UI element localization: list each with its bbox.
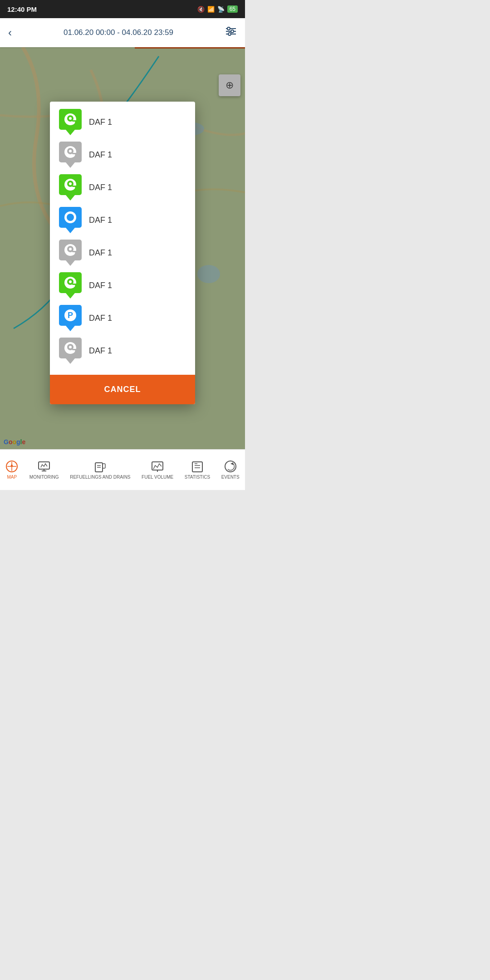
list-item[interactable]: DAF 1 xyxy=(59,240,186,266)
svg-point-26 xyxy=(69,182,72,185)
svg-point-4 xyxy=(231,30,234,33)
svg-rect-45 xyxy=(72,284,77,285)
marker-icon-2 xyxy=(59,142,82,168)
refuellings-icon xyxy=(94,460,107,473)
svg-rect-56 xyxy=(72,349,77,350)
filter-button[interactable] xyxy=(225,26,237,39)
svg-marker-52 xyxy=(66,358,75,364)
svg-marker-74 xyxy=(230,462,233,465)
status-time: 12:40 PM xyxy=(7,5,37,13)
back-button[interactable]: ‹ xyxy=(8,26,12,39)
svg-marker-34 xyxy=(66,260,75,266)
marker-icon-5 xyxy=(59,240,82,266)
svg-rect-13 xyxy=(72,120,77,122)
item-label-3: DAF 1 xyxy=(89,183,112,192)
item-label-2: DAF 1 xyxy=(89,150,112,160)
marker-icon-6 xyxy=(59,272,82,299)
statistics-icon xyxy=(191,460,204,473)
svg-marker-48 xyxy=(66,326,75,331)
svg-marker-30 xyxy=(66,228,75,233)
header-bar: ‹ 01.06.20 00:00 - 04.06.20 23:59 xyxy=(0,18,245,47)
nav-item-monitoring[interactable]: MONITORING xyxy=(28,460,61,480)
nav-label-refuellings: REFUELLINGS AND DRAINS xyxy=(70,475,130,480)
svg-rect-57 xyxy=(75,350,77,352)
list-item[interactable]: DAF 1 xyxy=(59,207,186,233)
marker-icon-1 xyxy=(59,109,82,135)
marker-icon-7: P xyxy=(59,305,82,331)
battery-icon: 65 xyxy=(227,5,238,13)
svg-rect-38 xyxy=(72,251,77,252)
svg-point-12 xyxy=(69,117,72,120)
item-label-1: DAF 1 xyxy=(89,118,112,127)
svg-point-5 xyxy=(228,33,231,35)
svg-rect-39 xyxy=(75,252,77,254)
events-icon xyxy=(224,460,237,473)
item-label-4: DAF 1 xyxy=(89,216,112,225)
list-item[interactable]: DAF 1 xyxy=(59,174,186,201)
svg-point-37 xyxy=(69,248,72,250)
svg-point-19 xyxy=(69,150,72,152)
wifi-icon: 📡 xyxy=(217,6,225,13)
svg-rect-21 xyxy=(75,154,77,156)
map-icon xyxy=(5,460,18,473)
bottom-nav: MAP MONITORING REFUELLINGS AND DRAINS xyxy=(0,449,245,490)
nav-item-refuellings[interactable]: REFUELLINGS AND DRAINS xyxy=(68,460,132,480)
dialog-list: DAF 1 DAF 1 xyxy=(50,102,195,371)
item-label-5: DAF 1 xyxy=(89,248,112,258)
nav-label-map: MAP xyxy=(7,475,17,480)
list-item[interactable]: P DAF 1 xyxy=(59,305,186,331)
svg-point-44 xyxy=(69,280,72,283)
cancel-button[interactable]: CANCEL xyxy=(50,375,195,404)
svg-rect-20 xyxy=(72,153,77,154)
svg-marker-59 xyxy=(10,464,13,466)
svg-point-55 xyxy=(69,346,72,348)
nav-label-statistics: STATISTICS xyxy=(185,475,210,480)
monitoring-icon xyxy=(38,460,50,473)
svg-point-3 xyxy=(227,27,230,30)
item-label-6: DAF 1 xyxy=(89,281,112,290)
svg-rect-27 xyxy=(72,186,77,187)
svg-marker-9 xyxy=(66,130,75,135)
status-bar: 12:40 PM 🔇 📶 📡 65 xyxy=(0,0,245,18)
nav-item-map[interactable]: MAP xyxy=(4,460,20,480)
status-icons: 🔇 📶 📡 65 xyxy=(197,5,238,13)
list-item[interactable]: DAF 1 xyxy=(59,142,186,168)
mute-icon: 🔇 xyxy=(197,6,205,13)
svg-marker-16 xyxy=(66,162,75,168)
dialog: DAF 1 DAF 1 xyxy=(50,102,195,404)
marker-icon-4 xyxy=(59,207,82,233)
svg-point-32 xyxy=(67,214,74,221)
list-item[interactable]: DAF 1 xyxy=(59,272,186,299)
svg-rect-14 xyxy=(75,122,77,123)
nav-item-events[interactable]: EVENTS xyxy=(220,460,241,480)
list-item[interactable]: DAF 1 xyxy=(59,109,186,135)
item-label-7: DAF 1 xyxy=(89,314,112,323)
svg-rect-60 xyxy=(39,462,49,469)
nav-label-fuelvolume: FUEL VOLUME xyxy=(142,475,173,480)
svg-rect-28 xyxy=(75,187,77,188)
svg-marker-41 xyxy=(66,293,75,299)
fuelvolume-icon xyxy=(151,460,164,473)
date-range-title: 01.06.20 00:00 - 04.06.20 23:59 xyxy=(64,28,173,37)
svg-text:P: P xyxy=(68,311,73,320)
marker-icon-3 xyxy=(59,174,82,201)
list-item[interactable]: DAF 1 xyxy=(59,338,186,364)
signal-icon: 📶 xyxy=(207,6,215,13)
nav-label-monitoring: MONITORING xyxy=(29,475,59,480)
svg-rect-46 xyxy=(75,285,77,286)
nav-item-statistics[interactable]: STATISTICS xyxy=(183,460,212,480)
nav-label-events: EVENTS xyxy=(221,475,240,480)
item-label-8: DAF 1 xyxy=(89,346,112,356)
marker-icon-8 xyxy=(59,338,82,364)
map-background: ⊕ Google DAF 1 xyxy=(0,47,245,449)
nav-item-fuelvolume[interactable]: FUEL VOLUME xyxy=(140,460,175,480)
svg-marker-23 xyxy=(66,195,75,201)
